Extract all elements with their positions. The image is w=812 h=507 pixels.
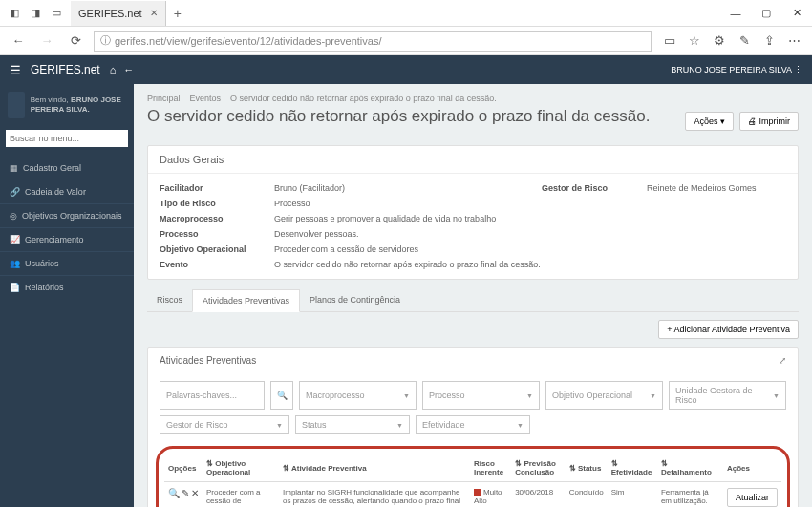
chevron-down-icon: ▼ bbox=[650, 392, 656, 399]
view-icon[interactable]: 🔍 bbox=[168, 488, 180, 498]
back-button[interactable]: ← bbox=[8, 31, 29, 52]
doc-icon: 📄 bbox=[10, 283, 20, 292]
chevron-down-icon: ▼ bbox=[403, 392, 410, 399]
search-button[interactable]: 🔍 bbox=[270, 381, 293, 410]
menu-search-input[interactable] bbox=[6, 130, 128, 147]
url-input[interactable]: ⓘ gerifes.net/view/gerifes/evento/12/ati… bbox=[94, 31, 652, 52]
breadcrumb: Principal Eventos O servidor cedido não … bbox=[147, 94, 799, 103]
risk-badge-icon bbox=[474, 489, 481, 496]
chevron-down-icon: ▼ bbox=[396, 422, 403, 429]
app-back-icon[interactable]: ← bbox=[123, 64, 134, 75]
chevron-down-icon: ▼ bbox=[526, 392, 533, 399]
avatar bbox=[8, 92, 25, 118]
col-previsao[interactable]: Previsão Conclusão bbox=[511, 454, 565, 482]
dados-gerais-panel: Dados Gerais FacilitadorBruno (Facilitad… bbox=[147, 145, 799, 280]
add-atividade-button[interactable]: + Adicionar Atividade Preventiva bbox=[658, 320, 799, 339]
info-icon: ⓘ bbox=[100, 33, 111, 48]
link-icon: 🔗 bbox=[10, 187, 20, 197]
window-titlebar: ◧ ◨ ▭ GERIFES.net ✕ + — ▢ ✕ bbox=[0, 0, 812, 27]
more-icon[interactable]: ⋯ bbox=[783, 31, 804, 52]
share-icon[interactable]: ⇪ bbox=[759, 31, 780, 52]
col-objetivo[interactable]: Objetivo Operacional bbox=[203, 454, 279, 482]
sidebar-item-relatorios[interactable]: 📄Relatórios bbox=[0, 275, 134, 299]
acoes-button[interactable]: Ações ▾ bbox=[685, 112, 734, 131]
col-status[interactable]: Status bbox=[566, 454, 608, 482]
tab-bar: Riscos Atividades Preventivas Planos de … bbox=[147, 289, 799, 312]
grid-icon: ▦ bbox=[10, 163, 18, 173]
menu-toggle-icon[interactable]: ☰ bbox=[10, 63, 21, 77]
sidebar-item-cadastro[interactable]: ▦Cadastro Geral bbox=[0, 157, 134, 180]
col-efetividade[interactable]: Efetividade bbox=[608, 454, 657, 482]
users-icon: 👥 bbox=[10, 259, 20, 268]
tab-right-icon[interactable]: ◨ bbox=[25, 3, 46, 24]
atualizar-button[interactable]: Atualizar bbox=[727, 488, 778, 507]
sidebar-item-objetivos[interactable]: ◎Objetivos Organizacionais bbox=[0, 203, 134, 227]
refresh-button[interactable]: ⟳ bbox=[65, 31, 86, 52]
minimize-button[interactable]: — bbox=[720, 1, 751, 26]
chevron-down-icon: ▼ bbox=[276, 422, 283, 429]
close-window-button[interactable]: ✕ bbox=[781, 1, 812, 26]
filter-macro[interactable]: Macroprocesso▼ bbox=[299, 381, 417, 410]
target-icon: ◎ bbox=[10, 211, 17, 221]
filter-processo[interactable]: Processo▼ bbox=[422, 381, 540, 410]
sidebar-item-gerenciamento[interactable]: 📈Gerenciamento bbox=[0, 227, 134, 251]
panel2-title: Atividades Preventivas bbox=[160, 355, 256, 366]
filter-palavras[interactable]: Palavras-chaves... bbox=[160, 381, 265, 410]
maximize-button[interactable]: ▢ bbox=[751, 1, 781, 26]
tab-left-icon[interactable]: ◧ bbox=[4, 3, 25, 24]
topbar-user[interactable]: BRUNO JOSE PEREIRA SILVA ⋮ bbox=[671, 65, 802, 74]
edit-icon[interactable]: ✎ bbox=[182, 488, 189, 498]
table-header-row: Opções Objetivo Operacional Atividade Pr… bbox=[164, 454, 781, 482]
delete-icon[interactable]: ✕ bbox=[191, 488, 199, 498]
highlighted-table: Opções Objetivo Operacional Atividade Pr… bbox=[156, 446, 790, 507]
filter-objetivo[interactable]: Objetivo Operacional▼ bbox=[545, 381, 663, 410]
new-tab-button[interactable]: + bbox=[166, 6, 189, 21]
sidebar-item-cadeia[interactable]: 🔗Cadeia de Valor bbox=[0, 180, 134, 203]
favorite-icon[interactable]: ☆ bbox=[684, 31, 705, 52]
sidebar-item-usuarios[interactable]: 👥Usuários bbox=[0, 251, 134, 275]
address-bar: ← → ⟳ ⓘ gerifes.net/view/gerifes/evento/… bbox=[0, 27, 812, 55]
sidebar-user-block: Bem vindo, BRUNO JOSE PEREIRA SILVA. bbox=[0, 84, 134, 126]
imprimir-button[interactable]: 🖨 Imprimir bbox=[739, 112, 799, 131]
table-row: 🔍 ✎ ✕ Proceder com a cessão de servidore… bbox=[164, 482, 781, 508]
filter-status[interactable]: Status▼ bbox=[295, 415, 410, 434]
filter-efetividade[interactable]: Efetividade▼ bbox=[416, 415, 530, 434]
reading-icon[interactable]: ▭ bbox=[659, 31, 680, 52]
app-topbar: ☰ GERIFES.net ⌂ ← BRUNO JOSE PEREIRA SIL… bbox=[0, 55, 812, 84]
filter-unidade[interactable]: Unidade Gestora de Risco▼ bbox=[669, 381, 786, 410]
sidebar: Bem vindo, BRUNO JOSE PEREIRA SILVA. ▦Ca… bbox=[0, 84, 134, 507]
content-area: Principal Eventos O servidor cedido não … bbox=[134, 84, 812, 507]
col-opcoes: Opções bbox=[164, 454, 203, 482]
col-atividade[interactable]: Atividade Preventiva bbox=[279, 454, 470, 482]
forward-button[interactable]: → bbox=[36, 31, 57, 52]
cell-ativ: Implantar no SIGRH funcionalidade que ac… bbox=[279, 482, 470, 508]
tab-atividades[interactable]: Atividades Preventivas bbox=[192, 289, 300, 312]
cell-prev: 30/06/2018 bbox=[511, 482, 565, 508]
tab-planos[interactable]: Planos de Contingência bbox=[300, 289, 410, 311]
welcome-text: Bem vindo, BRUNO JOSE PEREIRA SILVA. bbox=[31, 95, 126, 114]
col-acoes: Ações bbox=[723, 454, 781, 482]
home-icon[interactable]: ⌂ bbox=[110, 64, 117, 75]
page-title: O servidor cedido não retornar após expi… bbox=[147, 107, 650, 126]
cell-det: Ferramenta já em utilização. bbox=[657, 482, 723, 508]
brand-label: GERIFES.net bbox=[31, 63, 100, 76]
cell-status: Concluído bbox=[566, 482, 608, 508]
tab-riscos[interactable]: Riscos bbox=[147, 289, 192, 311]
cell-obj: Proceder com a cessão de servidores bbox=[203, 482, 279, 508]
url-text: gerifes.net/view/gerifes/evento/12/ativi… bbox=[115, 35, 381, 47]
panel-header: Dados Gerais bbox=[148, 146, 798, 174]
notes-icon[interactable]: ✎ bbox=[734, 31, 755, 52]
chevron-down-icon: ▼ bbox=[517, 422, 524, 429]
settings-icon[interactable]: ⚙ bbox=[709, 31, 730, 52]
tab-title: GERIFES.net bbox=[78, 8, 142, 19]
chart-icon: 📈 bbox=[10, 235, 20, 244]
filter-gestor[interactable]: Gestor de Risco▼ bbox=[160, 415, 289, 434]
chevron-down-icon: ▼ bbox=[773, 392, 780, 399]
close-tab-icon[interactable]: ✕ bbox=[150, 8, 158, 18]
expand-icon[interactable]: ⤢ bbox=[779, 355, 786, 366]
col-risco[interactable]: Risco Inerente bbox=[470, 454, 511, 482]
browser-tab[interactable]: GERIFES.net ✕ bbox=[71, 1, 166, 26]
atividades-panel: Atividades Preventivas ⤢ Palavras-chaves… bbox=[147, 347, 799, 507]
page-icon: ▭ bbox=[46, 3, 67, 24]
col-detalhamento[interactable]: Detalhamento bbox=[657, 454, 723, 482]
